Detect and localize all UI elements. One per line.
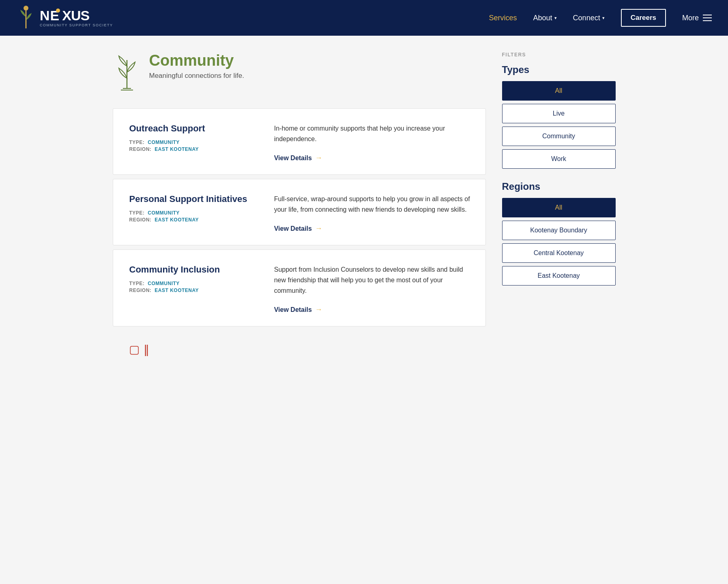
page-title-block: Community Meaningful connections for lif…	[149, 52, 244, 80]
filter-type-all[interactable]: All	[502, 81, 616, 101]
arrow-icon-personal: →	[315, 224, 322, 233]
service-card-outreach: Outreach Support TYPE: COMMUNITY REGION:…	[113, 108, 486, 175]
filter-type-live[interactable]: Live	[502, 104, 616, 123]
card-meta-region-personal: REGION: EAST KOOTENAY	[129, 217, 262, 223]
nav-about[interactable]: About ▾	[533, 14, 557, 22]
filter-region-all[interactable]: All	[502, 198, 616, 217]
more-button[interactable]: More	[682, 14, 712, 22]
card-description-inclusion: Support from Inclusion Counselors to dev…	[274, 264, 473, 296]
careers-button[interactable]: Careers	[621, 9, 666, 27]
filter-region-central-kootenay[interactable]: Central Kootenay	[502, 243, 616, 263]
filter-type-work[interactable]: Work	[502, 149, 616, 169]
hamburger-icon	[703, 15, 712, 21]
card-meta-type-inclusion: TYPE: COMMUNITY	[129, 281, 262, 286]
card-meta-type-outreach: TYPE: COMMUNITY	[129, 140, 262, 145]
arrow-icon-inclusion: →	[315, 305, 322, 314]
logo[interactable]: N E XUS COMMUNITY SUPPORT SOCIETY	[16, 5, 113, 31]
main-nav: Services About ▾ Connect ▾ Careers More	[489, 9, 712, 27]
service-cards-list: Outreach Support TYPE: COMMUNITY REGION:…	[113, 108, 486, 326]
filter-region-east-kootenay[interactable]: East Kootenay	[502, 266, 616, 286]
card-description-personal: Full-service, wrap-around supports to he…	[274, 194, 473, 215]
card-right-outreach: In-home or community supports that help …	[274, 123, 473, 162]
card-description-outreach: In-home or community supports that help …	[274, 123, 473, 144]
arrow-icon-outreach: →	[315, 154, 322, 162]
card-meta-region-outreach: REGION: EAST KOOTENAY	[129, 146, 262, 152]
filters-sidebar: FILTERS Types All Live Community Work Re…	[502, 52, 616, 298]
view-details-personal[interactable]: View Details →	[274, 224, 322, 233]
card-meta-type-personal: TYPE: COMMUNITY	[129, 210, 262, 216]
card-left-inclusion: Community Inclusion TYPE: COMMUNITY REGI…	[129, 264, 262, 314]
site-header: N E XUS COMMUNITY SUPPORT SOCIETY Servic…	[0, 0, 728, 36]
regions-filter-section: Regions All Kootenay Boundary Central Ko…	[502, 181, 616, 286]
about-chevron-icon: ▾	[554, 15, 557, 21]
page-subtitle: Meaningful connections for life.	[149, 72, 244, 80]
footer-icon-1: ▢	[129, 343, 140, 356]
connect-chevron-icon: ▾	[602, 15, 605, 21]
card-right-personal: Full-service, wrap-around supports to he…	[274, 194, 473, 233]
regions-title: Regions	[502, 181, 616, 192]
footer-icon-2: ‖	[144, 343, 149, 356]
card-right-inclusion: Support from Inclusion Counselors to dev…	[274, 264, 473, 314]
nav-connect[interactable]: Connect ▾	[573, 14, 605, 22]
page-header: Community Meaningful connections for lif…	[113, 52, 486, 92]
page-title: Community	[149, 52, 244, 69]
card-meta-region-inclusion: REGION: EAST KOOTENAY	[129, 288, 262, 293]
types-filter-section: Types All Live Community Work	[502, 64, 616, 169]
card-title-inclusion: Community Inclusion	[129, 264, 262, 275]
card-left-personal: Personal Support Initiatives TYPE: COMMU…	[129, 194, 262, 233]
filter-type-community[interactable]: Community	[502, 127, 616, 146]
plant-icon	[113, 52, 141, 92]
card-title-personal: Personal Support Initiatives	[129, 194, 262, 204]
content-area: Community Meaningful connections for lif…	[113, 52, 486, 368]
nav-services[interactable]: Services	[489, 14, 517, 22]
main-container: Community Meaningful connections for lif…	[101, 36, 628, 384]
svg-point-0	[24, 6, 28, 11]
card-title-outreach: Outreach Support	[129, 123, 262, 134]
service-card-inclusion: Community Inclusion TYPE: COMMUNITY REGI…	[113, 249, 486, 326]
card-left-outreach: Outreach Support TYPE: COMMUNITY REGION:…	[129, 123, 262, 162]
logo-subtitle: COMMUNITY SUPPORT SOCIETY	[40, 23, 113, 27]
footer-partial: ▢ ‖	[113, 331, 486, 368]
service-card-personal: Personal Support Initiatives TYPE: COMMU…	[113, 179, 486, 245]
logo-emblem	[16, 5, 36, 29]
types-title: Types	[502, 64, 616, 75]
filter-region-kootenay-boundary[interactable]: Kootenay Boundary	[502, 221, 616, 240]
filters-label: FILTERS	[502, 52, 616, 58]
view-details-outreach[interactable]: View Details →	[274, 154, 322, 162]
view-details-inclusion[interactable]: View Details →	[274, 305, 322, 314]
